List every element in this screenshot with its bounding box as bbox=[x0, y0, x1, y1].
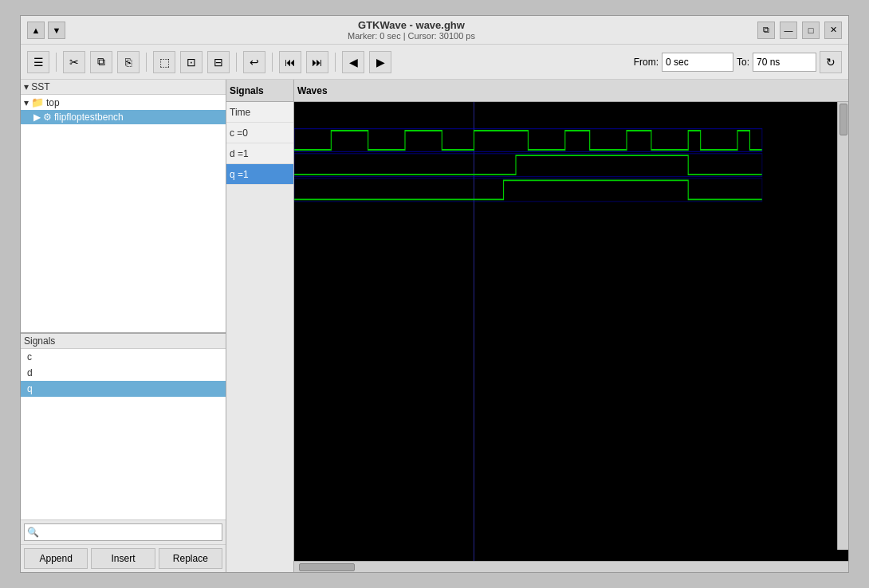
app-title: GTKWave - wave.ghw bbox=[358, 19, 465, 31]
tree-item-flipflop[interactable]: ▶ ⚙ flipfloptestbench bbox=[21, 110, 226, 124]
wave-signal-q: q =1 bbox=[226, 164, 293, 185]
separator-2 bbox=[146, 53, 147, 72]
marker-cursor-info: Marker: 0 sec | Cursor: 30100 ps bbox=[348, 31, 475, 41]
zoom-sel-button[interactable]: ⊟ bbox=[207, 51, 230, 73]
signal-item-d[interactable]: d bbox=[21, 365, 226, 381]
append-button[interactable]: Append bbox=[24, 548, 88, 569]
wave-signal-time: Time bbox=[226, 102, 293, 123]
search-wrap: 🔍 bbox=[24, 523, 222, 541]
undo-button[interactable]: ↩ bbox=[243, 51, 265, 73]
title-bar-left: ▲ ▼ bbox=[27, 22, 65, 39]
search-input[interactable] bbox=[24, 523, 222, 541]
title-bar-center: GTKWave - wave.ghw Marker: 0 sec | Curso… bbox=[65, 19, 757, 41]
signals-column: Signals Time c =0 d =1 q =1 bbox=[226, 80, 294, 572]
zoom-fit-button[interactable]: ⊡ bbox=[180, 51, 203, 73]
vertical-scrollbar[interactable] bbox=[837, 102, 848, 550]
main-area: ▾ SST ▾ 📁 top ▶ ⚙ flipfloptestbench bbox=[21, 80, 848, 572]
expand-icon-top: ▾ bbox=[24, 97, 29, 108]
tree-item-top[interactable]: ▾ 📁 top bbox=[21, 95, 226, 110]
horizontal-scrollbar[interactable] bbox=[294, 561, 848, 572]
wave-signal-c: c =0 bbox=[226, 123, 293, 143]
from-label: From: bbox=[634, 57, 659, 68]
signals-col-header: Signals bbox=[226, 80, 293, 102]
insert-button[interactable]: Insert bbox=[91, 548, 155, 569]
separator-3 bbox=[236, 53, 237, 72]
from-input[interactable] bbox=[662, 53, 733, 72]
separator-1 bbox=[56, 53, 57, 72]
tile-button[interactable]: ⧉ bbox=[757, 22, 775, 39]
signals-lower-panel: Signals c d q 🔍 bbox=[21, 333, 226, 572]
signals-panel-header: Signals bbox=[21, 334, 226, 349]
cut-button[interactable]: ✂ bbox=[63, 51, 85, 73]
sst-panel: ▾ SST ▾ 📁 top ▶ ⚙ flipfloptestbench bbox=[21, 80, 226, 333]
component-icon-flipflop: ⚙ bbox=[43, 112, 52, 123]
go-end-button[interactable]: ⏭ bbox=[306, 51, 328, 73]
expand-button[interactable]: ▼ bbox=[48, 22, 65, 39]
separator-4 bbox=[272, 53, 273, 72]
search-icon: 🔍 bbox=[27, 527, 39, 538]
main-window: ▲ ▼ GTKWave - wave.ghw Marker: 0 sec | C… bbox=[20, 15, 849, 573]
reload-button[interactable]: ↻ bbox=[820, 51, 842, 73]
scrollbar-thumb-vertical[interactable] bbox=[840, 104, 847, 135]
signal-item-q[interactable]: q bbox=[21, 381, 226, 397]
minimize-button[interactable]: — bbox=[780, 22, 797, 39]
waves-area: Waves bbox=[294, 80, 848, 572]
search-bar: 🔍 bbox=[21, 519, 226, 544]
left-panel: ▾ SST ▾ 📁 top ▶ ⚙ flipfloptestbench bbox=[21, 80, 226, 572]
folder-icon-top: 📁 bbox=[31, 96, 44, 108]
time-range: From: To: ↻ bbox=[634, 51, 842, 73]
sst-label: ▾ SST bbox=[21, 80, 226, 95]
waves-header: Waves bbox=[294, 80, 848, 102]
to-label: To: bbox=[737, 57, 749, 68]
to-input[interactable] bbox=[753, 53, 816, 72]
svg-rect-3 bbox=[294, 178, 762, 202]
waveform-svg bbox=[294, 102, 848, 561]
paste-button[interactable]: ⎘ bbox=[117, 51, 140, 73]
signals-list: c d q bbox=[21, 349, 226, 519]
signal-item-c[interactable]: c bbox=[21, 349, 226, 365]
arrow-icon-flipflop: ▶ bbox=[33, 112, 41, 123]
go-prev-button[interactable]: ◀ bbox=[342, 51, 364, 73]
tree-label-top: top bbox=[46, 97, 60, 108]
maximize-button[interactable]: □ bbox=[802, 22, 820, 39]
separator-5 bbox=[335, 53, 336, 72]
bottom-buttons: Append Insert Replace bbox=[21, 544, 226, 572]
replace-button[interactable]: Replace bbox=[159, 548, 222, 569]
toolbar: ☰ ✂ ⧉ ⎘ ⬚ ⊡ ⊟ ↩ ⏮ ⏭ ◀ ▶ From: To: ↻ bbox=[21, 45, 848, 80]
wave-signal-d: d =1 bbox=[226, 143, 293, 164]
collapse-button[interactable]: ▲ bbox=[27, 22, 45, 39]
waves-canvas[interactable] bbox=[294, 102, 848, 561]
go-start-button[interactable]: ⏮ bbox=[279, 51, 301, 73]
close-button[interactable]: ✕ bbox=[824, 22, 842, 39]
select-rect-button[interactable]: ⬚ bbox=[153, 51, 175, 73]
hamburger-button[interactable]: ☰ bbox=[27, 51, 49, 73]
tree-label-flipflop: flipfloptestbench bbox=[54, 112, 124, 123]
copy-button[interactable]: ⧉ bbox=[90, 51, 112, 73]
title-bar: ▲ ▼ GTKWave - wave.ghw Marker: 0 sec | C… bbox=[21, 16, 848, 45]
right-panel: Signals Time c =0 d =1 q =1 bbox=[226, 80, 848, 572]
sst-tree: ▾ 📁 top ▶ ⚙ flipfloptestbench bbox=[21, 95, 226, 332]
scrollbar-thumb-horizontal[interactable] bbox=[299, 563, 355, 571]
title-bar-right: ⧉ — □ ✕ bbox=[757, 22, 842, 39]
go-next-button[interactable]: ▶ bbox=[369, 51, 391, 73]
waves-top: Signals Time c =0 d =1 q =1 bbox=[226, 80, 848, 572]
svg-rect-2 bbox=[294, 154, 762, 177]
